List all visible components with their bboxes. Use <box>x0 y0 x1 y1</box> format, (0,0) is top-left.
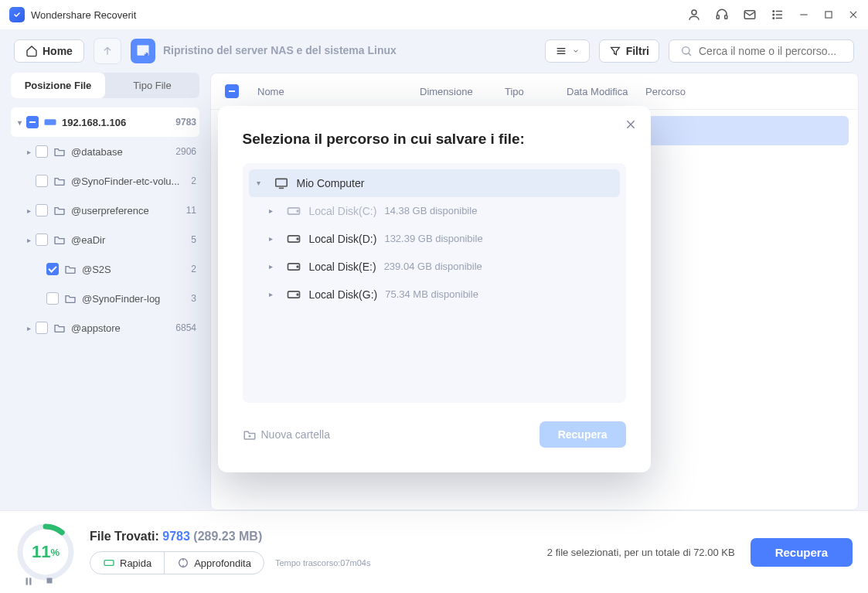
svg-rect-25 <box>26 578 28 584</box>
minimize-icon[interactable] <box>798 8 809 22</box>
recover-button[interactable]: Recupera <box>751 538 853 567</box>
folder-icon <box>63 291 77 305</box>
caret-right-icon: ▸ <box>269 206 280 215</box>
folder-icon <box>53 321 66 335</box>
col-date[interactable]: Data Modifica <box>567 86 645 97</box>
svg-rect-2 <box>725 15 727 19</box>
folder-icon <box>53 203 66 217</box>
folder-icon <box>53 233 66 247</box>
select-all-checkbox[interactable] <box>225 84 239 98</box>
svg-point-35 <box>297 238 298 240</box>
scan-quick[interactable]: Rapida <box>90 552 164 574</box>
caret-right-icon: ▸ <box>269 262 280 271</box>
app-logo <box>9 7 25 22</box>
list-view-icon <box>555 45 567 57</box>
save-location-modal: Seleziona il percorso in cui salvare i f… <box>218 106 651 472</box>
breadcrumb[interactable]: Ripristino del server NAS e del sistema … <box>131 39 397 63</box>
checkbox[interactable] <box>36 233 48 246</box>
location-tree: ▾ Mio Computer ▸Local Disk(C:)14.38 GB d… <box>243 163 626 403</box>
list-icon[interactable] <box>771 8 785 22</box>
location-my-computer[interactable]: ▾ Mio Computer <box>249 169 620 197</box>
tree-root[interactable]: ▾ 192.168.1.106 9783 <box>11 107 199 137</box>
elapsed-time: Tempo trascorso:07m04s <box>275 558 371 567</box>
svg-rect-1 <box>717 15 719 19</box>
new-folder-button[interactable]: Nuova cartella <box>243 428 331 441</box>
checkbox[interactable] <box>26 116 39 128</box>
app-title: Wondershare Recoverit <box>31 9 687 21</box>
tab-position[interactable]: Posizione File <box>11 73 105 98</box>
checkbox[interactable] <box>36 145 48 158</box>
headset-icon[interactable] <box>715 8 729 22</box>
folder-icon <box>53 145 66 158</box>
disk-item[interactable]: ▸Local Disk(C:)14.38 GB disponibile <box>249 197 620 225</box>
modal-recover-button[interactable]: Recupera <box>540 421 626 448</box>
svg-rect-23 <box>104 561 114 566</box>
svg-point-37 <box>297 266 298 268</box>
drive-icon <box>286 288 303 301</box>
view-toggle-button[interactable] <box>545 39 590 63</box>
svg-rect-27 <box>47 578 53 584</box>
modal-close-icon[interactable] <box>625 118 637 131</box>
sidebar-tabs: Posizione File Tipo File <box>11 73 199 98</box>
col-name[interactable]: Nome <box>257 86 420 97</box>
stop-icon[interactable] <box>45 576 54 587</box>
disk-item[interactable]: ▸Local Disk(D:)132.39 GB disponibile <box>249 225 620 253</box>
disk-item[interactable]: ▸Local Disk(G:)75.34 MB disponibile <box>249 281 620 308</box>
chevron-down-icon <box>572 47 580 55</box>
folder-icon <box>63 262 77 276</box>
drive-icon <box>286 233 303 245</box>
svg-point-18 <box>682 47 689 54</box>
file-tree: ▾ 192.168.1.106 9783 ▸@database2906@Syno… <box>11 107 199 343</box>
maximize-icon[interactable] <box>823 8 834 22</box>
close-icon[interactable] <box>848 8 859 22</box>
files-found: File Trovati: 9783 (289.23 MB) <box>90 530 370 544</box>
col-size[interactable]: Dimensione <box>420 86 505 97</box>
tab-filetype[interactable]: Tipo File <box>105 73 199 98</box>
home-icon <box>26 45 38 57</box>
caret-right-icon: ▸ <box>23 206 34 215</box>
user-icon[interactable] <box>687 8 701 22</box>
caret-right-icon: ▸ <box>269 290 280 298</box>
tree-item[interactable]: @SynoFinder-etc-volu...2 <box>11 166 199 196</box>
caret-right-icon: ▸ <box>23 148 34 156</box>
tree-item[interactable]: ▸@eaDir5 <box>11 225 199 254</box>
col-type[interactable]: Tipo <box>505 86 567 97</box>
folder-plus-icon <box>243 428 257 441</box>
tree-item[interactable]: ▸@database2906 <box>11 137 199 166</box>
caret-right-icon: ▸ <box>23 324 34 332</box>
folder-icon <box>53 174 66 188</box>
checkbox[interactable] <box>36 204 48 216</box>
list-header: Nome Dimensione Tipo Data Modifica Perco… <box>211 73 858 110</box>
pause-icon[interactable] <box>23 576 34 587</box>
checkbox[interactable] <box>36 322 48 334</box>
tree-item[interactable]: @SynoFinder-log3 <box>11 284 199 313</box>
disk-item[interactable]: ▸Local Disk(E:)239.04 GB disponibile <box>249 253 620 281</box>
checkbox[interactable] <box>46 292 59 305</box>
caret-down-icon: ▾ <box>14 118 25 127</box>
breadcrumb-label: Ripristino del server NAS e del sistema … <box>163 44 397 58</box>
toolbar: Home Ripristino del server NAS e del sis… <box>0 29 868 73</box>
tree-item[interactable]: ▸@appstore6854 <box>11 313 199 343</box>
checkbox[interactable] <box>36 175 48 187</box>
up-button[interactable] <box>94 38 121 64</box>
svg-point-0 <box>692 10 696 15</box>
svg-point-8 <box>773 18 774 19</box>
drive-icon <box>286 205 303 217</box>
filter-button[interactable]: Filtri <box>599 39 659 63</box>
tree-item[interactable]: @S2S2 <box>11 254 199 284</box>
col-path[interactable]: Percorso <box>645 86 844 97</box>
progress-ring: 11% <box>15 522 76 582</box>
home-button[interactable]: Home <box>14 39 84 63</box>
search-input[interactable] <box>669 39 854 63</box>
search-icon <box>680 45 693 57</box>
disk-icon <box>103 558 115 567</box>
mail-icon[interactable] <box>743 8 757 22</box>
checkbox[interactable] <box>46 263 59 275</box>
modal-title: Seleziona il percorso in cui salvare i f… <box>243 131 626 148</box>
svg-point-4 <box>773 11 774 12</box>
scan-deep[interactable]: Approfondita <box>164 552 264 574</box>
sidebar: Posizione File Tipo File ▾ 192.168.1.106… <box>0 73 210 510</box>
tree-item[interactable]: ▸@userpreference11 <box>11 196 199 225</box>
target-icon <box>177 557 189 569</box>
search-field[interactable] <box>699 45 842 57</box>
